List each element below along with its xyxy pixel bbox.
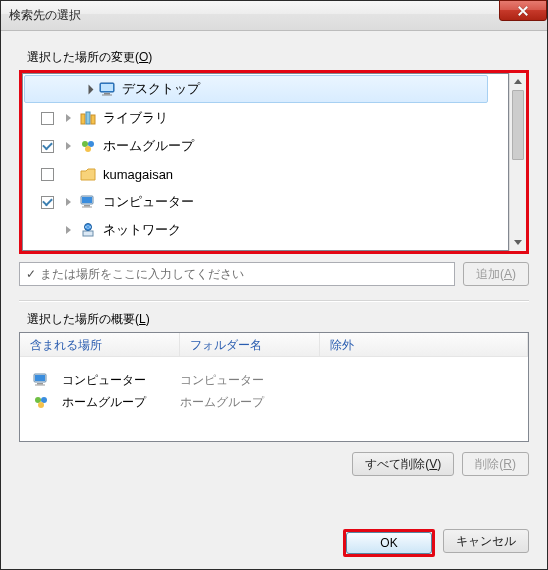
list-item[interactable]: ホームグループ ホームグループ xyxy=(32,391,516,413)
computer-icon xyxy=(32,372,50,388)
tree-item-computer[interactable]: コンピューター xyxy=(23,188,508,216)
scroll-track[interactable] xyxy=(510,160,526,234)
ok-highlight: OK xyxy=(343,529,435,557)
svg-rect-3 xyxy=(102,95,112,96)
tree-item-label: ネットワーク xyxy=(103,221,181,239)
checkbox[interactable] xyxy=(41,168,54,181)
svg-point-22 xyxy=(38,402,44,408)
libraries-icon xyxy=(79,110,97,126)
tree-item-label: kumagaisan xyxy=(103,167,173,182)
list-item-name: コンピューター xyxy=(62,372,146,389)
tree-item-desktop[interactable]: デスクトップ xyxy=(24,75,488,103)
chevron-down-icon xyxy=(514,240,522,245)
column-folder[interactable]: フォルダー名 xyxy=(180,333,320,356)
tree-item-label: ライブラリ xyxy=(103,109,168,127)
dialog-window: 検索先の選択 選択した場所の変更(O) デスクトップ xyxy=(0,0,548,570)
delete-all-button[interactable]: すべて削除(V) xyxy=(352,452,454,476)
tree-scrollbar[interactable] xyxy=(509,73,526,251)
svg-rect-13 xyxy=(82,207,92,208)
expand-closed-icon[interactable] xyxy=(66,198,71,206)
path-placeholder: または場所をここに入力してください xyxy=(40,266,244,283)
svg-rect-5 xyxy=(86,112,90,124)
titlebar[interactable]: 検索先の選択 xyxy=(1,1,547,31)
desktop-icon xyxy=(98,81,116,97)
tree-item-libraries[interactable]: ライブラリ xyxy=(23,104,508,132)
summary-header: 含まれる場所 フォルダー名 除外 xyxy=(20,333,528,357)
path-row: ✓ または場所をここに入力してください 追加(A) xyxy=(19,262,529,286)
svg-rect-1 xyxy=(101,84,113,91)
tree-item-network[interactable]: ネットワーク xyxy=(23,216,508,244)
location-tree[interactable]: デスクトップ ライブラリ ホームグループ xyxy=(22,73,509,251)
svg-rect-18 xyxy=(37,383,43,385)
svg-rect-11 xyxy=(82,197,92,203)
svg-point-9 xyxy=(85,146,91,152)
list-item-name: ホームグループ xyxy=(62,394,146,411)
column-included[interactable]: 含まれる場所 xyxy=(20,333,180,356)
svg-rect-4 xyxy=(81,114,85,124)
expand-closed-icon[interactable] xyxy=(66,226,71,234)
list-item[interactable]: コンピューター コンピューター xyxy=(32,369,516,391)
scroll-down-button[interactable] xyxy=(510,234,526,251)
checkbox[interactable] xyxy=(41,112,54,125)
svg-rect-17 xyxy=(35,375,45,381)
column-exclude[interactable]: 除外 xyxy=(320,333,528,356)
scroll-up-button[interactable] xyxy=(510,73,526,90)
svg-rect-14 xyxy=(83,231,93,236)
summary-label: 選択した場所の概要(L) xyxy=(27,311,529,328)
svg-point-21 xyxy=(41,397,47,403)
svg-point-15 xyxy=(85,224,92,231)
ok-button[interactable]: OK xyxy=(346,532,432,554)
scroll-thumb[interactable] xyxy=(512,90,524,160)
cancel-button[interactable]: キャンセル xyxy=(443,529,529,553)
title-text: 検索先の選択 xyxy=(9,7,81,24)
tree-item-label: コンピューター xyxy=(103,193,194,211)
svg-point-7 xyxy=(82,141,88,147)
homegroup-icon xyxy=(79,138,97,154)
separator xyxy=(19,300,529,301)
chevron-up-icon xyxy=(514,79,522,84)
expand-closed-icon[interactable] xyxy=(66,142,71,150)
delete-row: すべて削除(V) 削除(R) xyxy=(19,452,529,476)
svg-rect-6 xyxy=(91,115,95,124)
tree-item-label: ホームグループ xyxy=(103,137,194,155)
close-button[interactable] xyxy=(499,0,547,21)
tree-item-label: デスクトップ xyxy=(122,80,200,98)
svg-point-20 xyxy=(35,397,41,403)
change-location-label: 選択した場所の変更(O) xyxy=(27,49,529,66)
checkbox-checked[interactable] xyxy=(41,196,54,209)
tree-item-user[interactable]: kumagaisan xyxy=(23,160,508,188)
homegroup-icon xyxy=(32,394,50,410)
check-icon: ✓ xyxy=(26,267,36,281)
dialog-footer: OK キャンセル xyxy=(343,529,529,557)
tree-item-homegroup[interactable]: ホームグループ xyxy=(23,132,508,160)
path-input[interactable]: ✓ または場所をここに入力してください xyxy=(19,262,455,286)
svg-point-8 xyxy=(88,141,94,147)
expand-open-icon[interactable] xyxy=(84,84,94,94)
summary-list[interactable]: 含まれる場所 フォルダー名 除外 コンピューター コンピューター xyxy=(19,332,529,442)
network-icon xyxy=(79,222,97,238)
svg-rect-19 xyxy=(35,385,45,386)
user-folder-icon xyxy=(79,166,97,182)
expand-closed-icon[interactable] xyxy=(66,114,71,122)
summary-body: コンピューター コンピューター ホームグループ ホームグループ xyxy=(20,357,528,425)
location-tree-highlight: デスクトップ ライブラリ ホームグループ xyxy=(19,70,529,254)
computer-icon xyxy=(79,194,97,210)
content-area: 選択した場所の変更(O) デスクトップ ライブラリ xyxy=(1,31,547,476)
list-item-folder: コンピューター xyxy=(180,372,264,389)
add-button[interactable]: 追加(A) xyxy=(463,262,529,286)
list-item-folder: ホームグループ xyxy=(180,394,264,411)
svg-rect-12 xyxy=(84,205,90,207)
checkbox-checked[interactable] xyxy=(41,140,54,153)
delete-button[interactable]: 削除(R) xyxy=(462,452,529,476)
close-icon xyxy=(517,5,529,17)
svg-rect-2 xyxy=(104,93,110,95)
